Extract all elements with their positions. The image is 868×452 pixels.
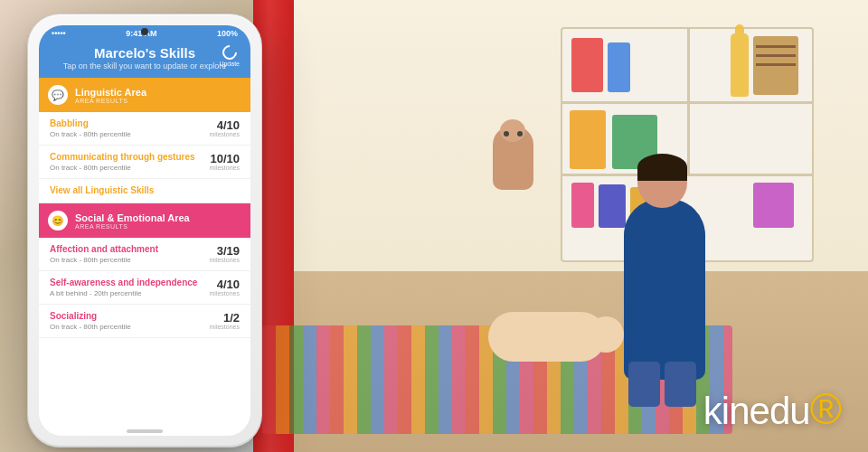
linguistic-icon: 💬 [48, 85, 68, 105]
skill-affection-info: Affection and attachment On track - 80th… [50, 244, 203, 264]
skill-socializing-number: 1/2 [210, 312, 240, 324]
skill-selfawareness-info: Self-awareness and independence A bit be… [50, 278, 203, 297]
skill-selfawareness-name: Self-awareness and independence [50, 278, 203, 288]
skill-gestures[interactable]: Communicating through gestures On track … [39, 146, 250, 179]
skill-gestures-info: Communicating through gestures On track … [50, 152, 203, 172]
skill-affection[interactable]: Affection and attachment On track - 80th… [39, 238, 250, 271]
skill-socializing-label: milestones [210, 324, 240, 330]
app-subtitle: Tap on the skill you want to update or e… [52, 61, 238, 71]
linguistic-section-header[interactable]: 💬 Linguistic Area AREA RESULTS [39, 78, 250, 112]
phone: ••••• 9:41 AM 100% Marcelo's Skills Tap … [27, 14, 262, 447]
skill-affection-number: 3/19 [210, 245, 240, 257]
skill-selfawareness-number: 4/10 [210, 278, 240, 290]
skill-affection-track: On track - 80th percentile [50, 256, 203, 264]
social-title-area: Social & Emotional Area AREA RESULTS [75, 212, 190, 230]
linguistic-title-area: Linguistic Area AREA RESULTS [75, 87, 146, 104]
social-results-label: AREA RESULTS [75, 223, 190, 230]
skill-gestures-number: 10/10 [210, 153, 240, 165]
skill-affection-score: 3/19 milestones [210, 245, 240, 263]
skill-socializing-score: 1/2 milestones [210, 312, 240, 330]
monkey-toy [493, 127, 533, 190]
skill-gestures-label: milestones [210, 165, 240, 171]
skill-babbling-score: 4/10 milestones [210, 119, 240, 137]
skill-selfawareness-label: milestones [210, 290, 240, 297]
phone-home-bar [127, 429, 163, 433]
skill-babbling-track: On track - 80th percentile [50, 130, 203, 138]
skill-babbling-number: 4/10 [210, 119, 240, 131]
skill-babbling[interactable]: Babbling On track - 80th percentile 4/10… [39, 112, 250, 146]
skill-socializing-track: On track - 80th percentile [50, 323, 203, 331]
view-all-linguistic[interactable]: View all Linguistic Skills [39, 179, 250, 203]
signal-dots: ••••• [52, 29, 66, 38]
skill-socializing-name: Socializing [50, 311, 203, 322]
phone-camera [141, 28, 148, 35]
signal-area: ••••• [52, 29, 66, 38]
linguistic-results-label: AREA RESULTS [75, 98, 146, 104]
skill-gestures-score: 10/10 milestones [210, 153, 240, 171]
skill-gestures-name: Communicating through gestures [50, 152, 203, 163]
skill-babbling-label: milestones [210, 131, 240, 137]
update-label: Update [219, 61, 240, 67]
app-title: Marcelo's Skills [52, 45, 238, 61]
social-section-header[interactable]: 😊 Social & Emotional Area AREA RESULTS [39, 203, 250, 238]
phone-outer: ••••• 9:41 AM 100% Marcelo's Skills Tap … [27, 14, 262, 447]
skill-socializing-info: Socializing On track - 80th percentile [50, 311, 203, 331]
battery: 100% [217, 29, 238, 38]
skill-selfawareness-score: 4/10 milestones [210, 278, 240, 297]
linguistic-title: Linguistic Area [75, 87, 146, 98]
skill-selfawareness-track: A bit behind - 20th percentile [50, 289, 203, 297]
phone-screen: ••••• 9:41 AM 100% Marcelo's Skills Tap … [39, 25, 250, 436]
skill-socializing[interactable]: Socializing On track - 80th percentile 1… [39, 305, 250, 338]
kinedu-logo: kinedu® [703, 384, 841, 434]
skill-gestures-track: On track - 80th percentile [50, 164, 203, 172]
refresh-icon [219, 42, 240, 63]
update-button[interactable]: Update [219, 45, 240, 67]
skill-babbling-name: Babbling [50, 118, 203, 129]
social-title: Social & Emotional Area [75, 212, 190, 223]
app-header: Marcelo's Skills Tap on the skill you wa… [39, 40, 250, 78]
skill-selfawareness[interactable]: Self-awareness and independence A bit be… [39, 271, 250, 305]
baby [488, 312, 606, 362]
skill-affection-name: Affection and attachment [50, 244, 203, 255]
social-icon: 😊 [48, 211, 68, 231]
skill-babbling-info: Babbling On track - 80th percentile [50, 118, 203, 138]
person-silhouette [624, 199, 705, 380]
skill-affection-label: milestones [210, 257, 240, 263]
phone-content: 💬 Linguistic Area AREA RESULTS Babbling … [39, 78, 250, 436]
